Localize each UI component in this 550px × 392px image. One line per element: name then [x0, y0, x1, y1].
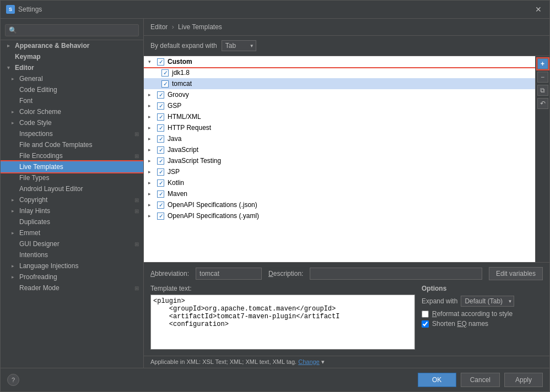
search-box [1, 21, 143, 40]
sidebar-item-code-editing[interactable]: Code Editing [1, 84, 143, 95]
sidebar-item-editor[interactable]: ▾ Editor [1, 62, 143, 73]
tree-item-jdk18[interactable]: jdk1.8 [144, 67, 535, 78]
copy-button[interactable]: ⧉ [537, 85, 548, 96]
remove-button[interactable]: − [537, 72, 548, 83]
sidebar-item-label: Inspections [19, 130, 53, 138]
chevron-icon: ▸ [12, 120, 17, 126]
sidebar-item-proofreading[interactable]: ▸ Proofreading [1, 271, 143, 282]
template-textarea[interactable]: <plugin> <groupId>org.apache.tomcat.mave… [150, 295, 415, 350]
expand-with-select[interactable]: Default (Tab) Tab Enter Space [461, 296, 514, 307]
sidebar-item-inspections[interactable]: Inspections ⊞ [1, 128, 143, 139]
custom-checkbox[interactable] [157, 202, 164, 209]
tree-item-label: GSP [168, 102, 181, 110]
custom-checkbox[interactable] [157, 168, 164, 176]
custom-checkbox[interactable] [157, 146, 164, 154]
sidebar-item-font[interactable]: Font [1, 95, 143, 106]
custom-checkbox[interactable] [157, 190, 164, 198]
ok-button[interactable]: OK [418, 373, 456, 387]
custom-checkbox[interactable] [157, 58, 164, 66]
cancel-button[interactable]: Cancel [461, 373, 500, 387]
change-arrow: ▾ [321, 358, 325, 365]
sidebar: ▸ Appearance & Behavior Keymap ▾ Editor … [1, 19, 144, 368]
abbreviation-input[interactable]: tomcat [196, 268, 262, 280]
chevron-icon: ▸ [148, 202, 154, 208]
sidebar-item-inlay-hints[interactable]: ▸ Inlay Hints ⊞ [1, 205, 143, 216]
sidebar-item-duplicates[interactable]: Duplicates [1, 216, 143, 227]
reset-button[interactable]: ↶ [537, 98, 548, 109]
tree-item-tomcat[interactable]: tomcat [144, 78, 535, 89]
search-input[interactable] [5, 24, 139, 36]
add-button[interactable]: + [537, 58, 548, 69]
tree-item-custom[interactable]: ▾ Custom [144, 56, 535, 67]
chevron-icon: ▸ [12, 263, 17, 269]
custom-checkbox[interactable] [157, 157, 164, 165]
chevron-icon: ▸ [148, 103, 154, 108]
tree-item-label: HTTP Request [168, 124, 211, 132]
sidebar-item-label: Android Layout Editor [19, 185, 83, 193]
sidebar-item-label: File Types [19, 174, 49, 182]
custom-checkbox[interactable] [157, 135, 164, 143]
reformat-checkbox[interactable] [422, 311, 429, 318]
sidebar-item-emmet[interactable]: ▸ Emmet [1, 227, 143, 238]
sidebar-item-android-layout[interactable]: Android Layout Editor [1, 183, 143, 194]
template-label: Template text: [150, 285, 415, 292]
sidebar-item-keymap[interactable]: Keymap [1, 51, 143, 62]
sidebar-item-general[interactable]: ▸ General [1, 73, 143, 84]
sidebar-item-color-scheme[interactable]: ▸ Color Scheme [1, 106, 143, 117]
chevron-icon: ▸ [12, 109, 17, 115]
sidebar-item-gui-designer[interactable]: GUI Designer ⊞ [1, 238, 143, 249]
tree-item-label: JSP [168, 168, 180, 176]
tree-item-label: tomcat [172, 80, 192, 88]
sidebar-item-intentions[interactable]: Intentions [1, 249, 143, 260]
abbreviation-row: Abbreviation: tomcat Description: Edit v… [150, 267, 543, 280]
chevron-icon: ▸ [148, 136, 154, 141]
side-actions: + − ⧉ ↶ [535, 56, 549, 262]
custom-checkbox[interactable] [161, 80, 169, 88]
sidebar-item-reader-mode[interactable]: Reader Mode ⊞ [1, 282, 143, 293]
bottom-section: Abbreviation: tomcat Description: Edit v… [144, 262, 549, 356]
tree-item-label: OpenAPI Specifications (.yaml) [168, 212, 259, 220]
custom-checkbox[interactable] [157, 213, 164, 220]
sidebar-item-language-injections[interactable]: ▸ Language Injections [1, 260, 143, 271]
sidebar-item-file-types[interactable]: File Types [1, 172, 143, 183]
tree-item-http-request[interactable]: ▸ HTTP Request [144, 122, 535, 133]
tree-item-maven[interactable]: ▸ Maven [144, 188, 535, 199]
custom-checkbox[interactable] [157, 179, 164, 187]
tree-item-javascript[interactable]: ▸ JavaScript [144, 144, 535, 155]
tree-item-groovy[interactable]: ▸ Groovy [144, 89, 535, 100]
tree-item-javascript-testing[interactable]: ▸ JavaScript Testing [144, 155, 535, 166]
sidebar-item-copyright[interactable]: ▸ Copyright ⊞ [1, 194, 143, 205]
tree-item-html-xml[interactable]: ▸ HTML/XML [144, 111, 535, 122]
sidebar-item-live-templates[interactable]: Live Templates [1, 161, 143, 172]
sidebar-item-appearance[interactable]: ▸ Appearance & Behavior [1, 40, 143, 51]
sidebar-item-file-encodings[interactable]: File Encodings ⊞ [1, 150, 143, 161]
expand-select[interactable]: Tab Enter Space [222, 40, 256, 51]
sidebar-item-code-style[interactable]: ▸ Code Style [1, 117, 143, 128]
custom-checkbox[interactable] [157, 102, 164, 110]
custom-checkbox[interactable] [157, 113, 164, 121]
icon-indicator: ⊞ [134, 153, 139, 159]
sidebar-item-label: Reader Mode [19, 284, 60, 292]
footer: ? OK Cancel Apply [1, 368, 549, 391]
tree-item-java[interactable]: ▸ Java [144, 133, 535, 144]
tree-item-kotlin[interactable]: ▸ Kotlin [144, 177, 535, 188]
description-label: Description: [268, 270, 303, 277]
change-link[interactable]: Change [298, 358, 320, 365]
tree-item-openapi-json[interactable]: ▸ OpenAPI Specifications (.json) [144, 199, 535, 210]
close-button[interactable]: ✕ [533, 4, 544, 15]
sidebar-item-file-code-templates[interactable]: File and Code Templates [1, 139, 143, 150]
apply-button[interactable]: Apply [504, 373, 543, 387]
custom-checkbox[interactable] [157, 124, 164, 132]
shorten-checkbox[interactable] [422, 320, 429, 328]
tree-item-openapi-yaml[interactable]: ▸ OpenAPI Specifications (.yaml) [144, 210, 535, 221]
chevron-icon: ▸ [12, 76, 17, 81]
tree-item-jsp[interactable]: ▸ JSP [144, 166, 535, 177]
custom-checkbox[interactable] [161, 69, 169, 77]
tree-item-gsp[interactable]: ▸ GSP [144, 100, 535, 111]
custom-checkbox[interactable] [157, 91, 164, 99]
edit-variables-button[interactable]: Edit variables [489, 267, 543, 280]
app-icon: S [6, 5, 15, 14]
description-input[interactable] [310, 268, 482, 280]
help-button[interactable]: ? [7, 374, 19, 386]
tree-item-label: Java [168, 135, 181, 143]
